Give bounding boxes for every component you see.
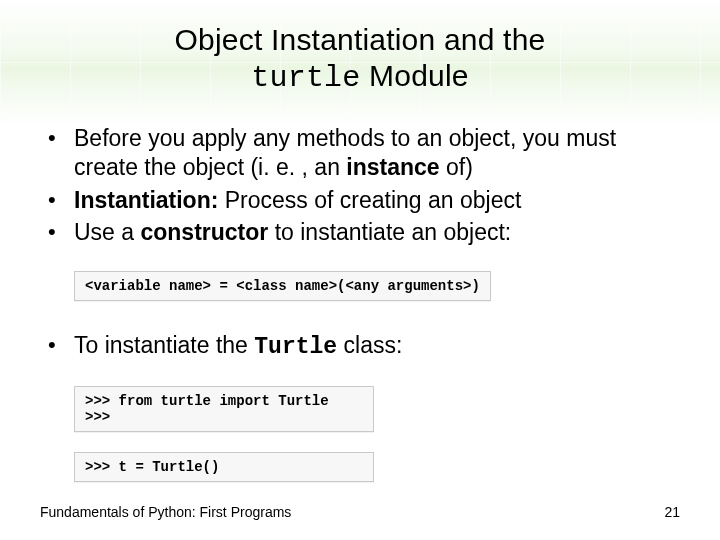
slide-content: Object Instantiation and the turtle Modu… [0,0,720,540]
footer-text: Fundamentals of Python: First Programs [40,504,291,520]
slide-title: Object Instantiation and the turtle Modu… [40,22,680,96]
bullet-item: To instantiate the Turtle class: [40,331,680,362]
bullet-item: Use a constructor to instantiate an obje… [40,218,680,247]
bullet-text: class: [337,332,402,358]
bullet-text: Turtle [254,334,337,360]
bullet-text: to instantiate an object: [268,219,511,245]
bullet-text: of) [440,154,473,180]
code-constructor-syntax: <variable name> = <class name>(<any argu… [74,271,491,301]
slide-footer: Fundamentals of Python: First Programs 2… [40,504,680,520]
bullet-text: Process of creating an object [218,187,521,213]
bullet-list-2: To instantiate the Turtle class: [40,331,680,362]
bullet-item: Before you apply any methods to an objec… [40,124,680,182]
code-import-turtle: >>> from turtle import Turtle >>> [74,386,374,432]
title-line2-after: Module [361,59,469,92]
bullet-text: Instantiation: [74,187,218,213]
bullet-text: To instantiate the [74,332,254,358]
title-line1: Object Instantiation and the [175,23,546,56]
bullet-text: Use a [74,219,140,245]
bullet-item: Instantiation: Process of creating an ob… [40,186,680,215]
title-code: turtle [251,61,360,95]
bullet-list-1: Before you apply any methods to an objec… [40,124,680,247]
code-instantiate-turtle: >>> t = Turtle() [74,452,374,482]
page-number: 21 [664,504,680,520]
bullet-text: constructor [140,219,268,245]
bullet-text: instance [346,154,439,180]
